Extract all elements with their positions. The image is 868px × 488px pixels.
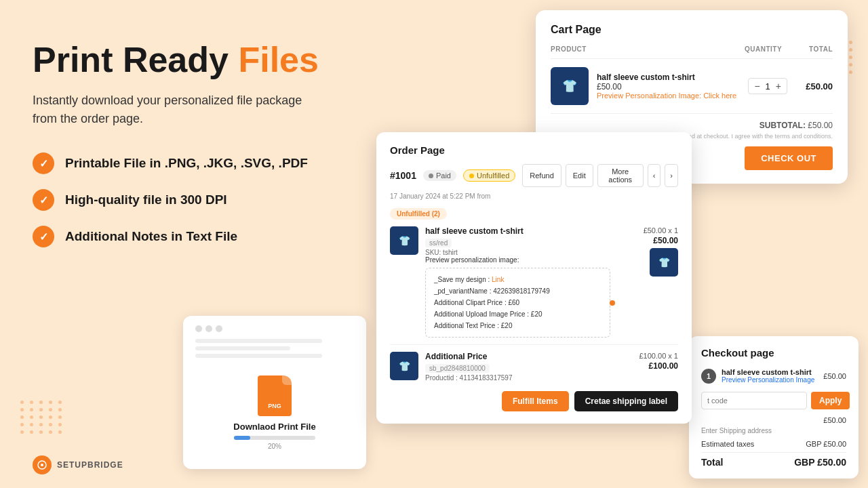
- checkout-taxes-label: Estimated taxes: [701, 440, 754, 448]
- cart-subtotal-label: SUBTOTAL:: [760, 121, 806, 130]
- edit-button[interactable]: Edit: [566, 164, 593, 187]
- refund-button[interactable]: Refund: [522, 164, 561, 187]
- variant-name-row: _pd_variantName : 422639818179749: [434, 285, 601, 297]
- feature-item-2: High-quality file in 300 DPI: [33, 189, 385, 211]
- checkout-page-title: Checkout page: [701, 347, 846, 359]
- order-action-buttons: Refund Edit More actions ‹ ›: [522, 164, 678, 187]
- order-detail-box: _Save my design : Link _pd_variantName :…: [425, 268, 610, 338]
- logo: SETUPBRIDGE: [33, 455, 123, 474]
- step-circle: 1: [701, 369, 716, 384]
- create-shipping-label-button[interactable]: Cretae shipping label: [574, 391, 678, 411]
- cart-item-name: half sleeve custom t-shirt: [597, 73, 740, 82]
- card-content: PNG Downlaod Print File 20%: [195, 369, 354, 457]
- order-item-1-price-qty: £50.00 x 1: [617, 226, 678, 235]
- discount-row: Apply: [701, 392, 846, 409]
- nav-prev-button[interactable]: ‹: [648, 164, 661, 187]
- hero-section: Print Ready Files Instantly download you…: [33, 41, 385, 247]
- line-3: [195, 354, 322, 358]
- logo-text: SETUPBRIDGE: [57, 460, 123, 470]
- cart-col-product-header: PRODUCT: [551, 45, 587, 53]
- badge-paid: Paid: [423, 170, 456, 181]
- dot-yellow: [205, 325, 212, 332]
- order-page-title: Order Page: [390, 144, 678, 156]
- checkout-taxes-row: Estimated taxes GBP £50.00: [701, 440, 846, 448]
- feature-text-2: High-quality file in 300 DPI: [65, 192, 227, 207]
- page-title: Print Ready Files: [33, 41, 385, 79]
- order-item-1-image: 👕: [390, 226, 418, 255]
- paid-dot: [429, 174, 433, 178]
- order-item-2-price-total: £100.00: [617, 361, 678, 371]
- checkout-page-card: Checkout page 1 half sleeve custom t-shi…: [689, 336, 859, 479]
- checkout-taxes-value: GBP £50.00: [806, 440, 846, 448]
- line-2: [195, 346, 290, 350]
- cart-col-qty-header: QUANTITY: [745, 45, 782, 53]
- order-item-1-sku: SKU: tshirt: [425, 249, 610, 256]
- cart-col-total-header: TOTAL: [809, 45, 833, 53]
- feature-item-3: Additional Notes in Text File: [33, 226, 385, 247]
- clipart-price-row: Additional Clipart Price : £60: [434, 297, 601, 308]
- checkout-total-row: Total GBP £50.00: [701, 452, 846, 468]
- badge-unfulfilled: Unfulfilled: [463, 169, 515, 182]
- checkout-step: 1 half sleeve custom t-shirt Preview Per…: [701, 368, 846, 384]
- fulfill-items-button[interactable]: Fulfill Items: [502, 391, 569, 411]
- checkout-item-price: £50.00: [823, 372, 846, 380]
- order-item-1: 👕 half sleeve custom t-shirt ss/red SKU:…: [390, 226, 678, 345]
- save-design-link[interactable]: Link: [492, 276, 504, 283]
- card-placeholder-lines: [195, 339, 354, 358]
- more-actions-button[interactable]: More actions: [597, 164, 644, 187]
- check-icon-1: [33, 152, 54, 174]
- svg-point-1: [41, 464, 43, 466]
- qty-increase-btn[interactable]: +: [776, 81, 781, 92]
- checkout-item-info: half sleeve custom t-shirt Preview Perso…: [722, 368, 818, 384]
- order-item-2-productid: Productid : 41134183317597: [425, 374, 610, 382]
- order-item-1-price-total: £50.00: [617, 236, 678, 245]
- qty-decrease-btn[interactable]: −: [754, 81, 760, 92]
- checkout-shipping-note: Enter Shipping address: [701, 427, 846, 434]
- logo-icon: [33, 455, 52, 474]
- unfulfilled-count-badge: Unfulfilled (2): [390, 208, 447, 220]
- order-item-1-variant: ss/red: [425, 239, 452, 247]
- apply-button[interactable]: Apply: [811, 392, 850, 409]
- order-header-bar: #1001 Paid Unfulfilled Refund Edit More …: [390, 164, 678, 187]
- line-1: [195, 339, 322, 343]
- order-item-1-preview: Preview personalization image:: [425, 256, 610, 264]
- checkout-subtotal-row: £50.00: [701, 416, 846, 424]
- order-item-2-variant: sb_pd2848810000: [425, 364, 490, 373]
- text-price-row: Additional Text Price : £20: [434, 320, 601, 331]
- cart-item-info: half sleeve custom t-shirt £50.00 Previe…: [597, 73, 740, 100]
- checkout-item-preview-link[interactable]: Preview Personalization Image: [722, 376, 818, 384]
- cart-subtotal-value: £50.00: [808, 121, 833, 130]
- order-item-2-pricing: £100.00 x 1 £100.00: [617, 352, 678, 371]
- cart-header-row: PRODUCT QUANTITY TOTAL: [551, 45, 833, 59]
- cart-subtotal-row: SUBTOTAL: £50.00: [551, 113, 833, 130]
- cart-col-right: QUANTITY TOTAL: [745, 45, 833, 53]
- check-icon-2: [33, 189, 54, 211]
- checkout-item-name: half sleeve custom t-shirt: [722, 368, 818, 376]
- hero-subtitle: Instantly download your personalized fil…: [33, 92, 317, 128]
- order-id: #1001: [390, 170, 416, 181]
- feature-text-1: Printable File in .PNG, .JKG, .SVG, .PDF: [65, 156, 308, 171]
- cart-preview-link[interactable]: Preview Personalization Image: Click her…: [597, 92, 740, 100]
- cart-qty-control[interactable]: − 1 +: [748, 78, 787, 94]
- file-badge: PNG: [264, 401, 285, 411]
- save-design-row: _Save my design : Link: [434, 274, 601, 285]
- order-item-2: 👕 Additional Price sb_pd2848810000 Produ…: [390, 352, 678, 382]
- card-window-dots: [195, 325, 354, 332]
- discount-code-input[interactable]: [701, 392, 807, 409]
- order-item-1-thumb: 👕: [650, 248, 678, 277]
- cart-item-total: £50.00: [795, 81, 833, 92]
- cart-item-row: 👕 half sleeve custom t-shirt £50.00 Prev…: [551, 67, 833, 105]
- check-icon-3: [33, 226, 54, 247]
- checkout-total-label: Total: [701, 457, 723, 468]
- progress-text: 20%: [268, 443, 281, 450]
- progress-bar-fill: [234, 436, 250, 440]
- checkout-button[interactable]: CHECK OUT: [745, 146, 833, 170]
- file-icon-container: PNG: [258, 375, 292, 416]
- cart-item-image: 👕: [551, 67, 589, 105]
- upload-price-row: Additional Upload Image Price : £20: [434, 308, 601, 320]
- nav-next-button[interactable]: ›: [665, 164, 678, 187]
- download-card: PNG Downlaod Print File 20%: [183, 316, 366, 469]
- order-item-2-details: Additional Price sb_pd2848810000 Product…: [425, 352, 610, 382]
- order-item-1-details: half sleeve custom t-shirt ss/red SKU: t…: [425, 226, 610, 338]
- order-item-2-name: Additional Price: [425, 352, 610, 361]
